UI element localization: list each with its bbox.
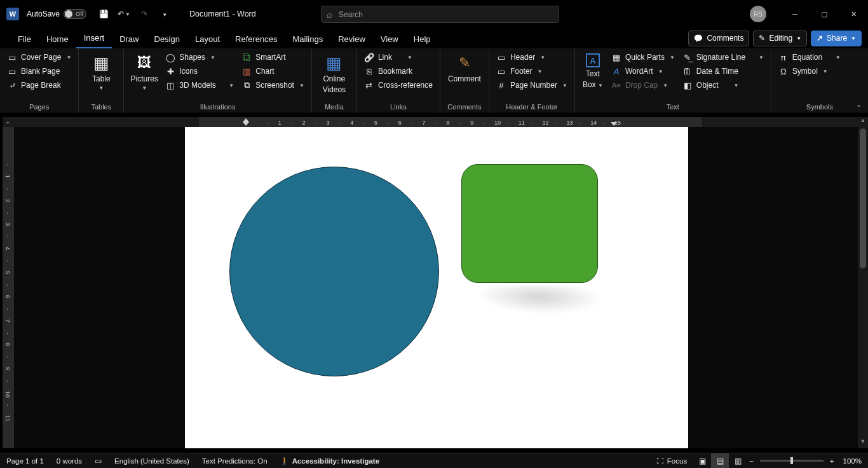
autosave-label: AutoSave [27, 10, 60, 18]
scroll-down-icon[interactable]: ▼ [858, 438, 868, 448]
tab-help[interactable]: Help [406, 31, 438, 48]
cross-reference-button[interactable]: Cross-reference [361, 79, 436, 92]
tab-layout[interactable]: Layout [187, 31, 227, 48]
undo-button[interactable]: ▼ [116, 6, 132, 22]
group-comments: Comment Comments [440, 48, 489, 113]
page-number-button[interactable]: Page Number▼ [493, 79, 571, 92]
group-label: Illustrations [128, 102, 308, 113]
tab-references[interactable]: References [227, 31, 285, 48]
shape-rounded-rectangle[interactable] [461, 164, 598, 283]
online-videos-button[interactable]: OnlineVideos [316, 51, 353, 97]
share-button[interactable]: Share▼ [811, 31, 862, 46]
tab-draw[interactable]: Draw [112, 31, 146, 48]
collapse-ribbon-button[interactable]: ⌄ [856, 100, 862, 109]
zoom-slider[interactable] [760, 460, 824, 462]
screenshot-button[interactable]: Screenshot▼ [238, 79, 308, 92]
shapes-button[interactable]: Shapes▼ [162, 51, 237, 64]
group-media: OnlineVideos Media [312, 48, 357, 113]
shape-oval[interactable] [229, 167, 439, 376]
group-links: Link ▼ Bookmark Cross-reference Links [357, 48, 440, 113]
comment-icon [694, 34, 703, 43]
tab-insert[interactable]: Insert [76, 29, 112, 48]
read-mode-button[interactable]: ▣ [693, 453, 711, 469]
toggle-icon[interactable]: Off [64, 9, 86, 19]
object-button[interactable]: Object ▼ [679, 79, 767, 92]
word-app-icon: W [6, 8, 19, 20]
tab-mailings[interactable]: Mailings [285, 31, 331, 48]
title-bar: W AutoSave Off ▼ Document1 - Word Search… [0, 0, 868, 28]
equation-button[interactable]: Equation ▼ [775, 51, 844, 64]
pictures-icon [135, 53, 154, 72]
save-button[interactable] [95, 6, 112, 22]
search-input[interactable]: Search [321, 6, 559, 23]
status-bar: Page 1 of 1 0 words English (United Stat… [0, 453, 868, 468]
link-button[interactable]: Link ▼ [361, 51, 436, 64]
tab-file[interactable]: File [10, 31, 39, 48]
redo-button[interactable] [136, 6, 153, 22]
status-spellcheck[interactable] [88, 453, 108, 468]
chart-button[interactable]: Chart [238, 65, 308, 78]
ruler-tick: 1 [278, 120, 281, 126]
wordart-button[interactable]: WordArt▼ [608, 65, 678, 78]
drop-cap-button[interactable]: Drop Cap▼ [608, 79, 678, 92]
user-avatar[interactable]: RS [750, 6, 766, 22]
maximize-button[interactable]: ▢ [810, 0, 839, 28]
status-language[interactable]: English (United States) [108, 453, 196, 468]
status-word-count[interactable]: 0 words [50, 453, 88, 468]
symbol-button[interactable]: Symbol▼ [775, 65, 844, 78]
tab-home[interactable]: Home [39, 31, 76, 48]
tab-review[interactable]: Review [330, 31, 373, 48]
text-box-button[interactable]: ATextBox ▼ [579, 51, 607, 92]
share-icon [817, 34, 823, 43]
indent-marker-icon[interactable] [242, 118, 250, 126]
autosave-toggle[interactable]: AutoSave Off [27, 9, 86, 19]
pictures-button[interactable]: Pictures▼ [128, 51, 161, 93]
customize-qat-button[interactable] [156, 6, 173, 22]
quick-parts-button[interactable]: Quick Parts▼ [608, 51, 678, 64]
document-canvas[interactable] [14, 127, 858, 448]
cover-page-button[interactable]: Cover Page▼ [4, 51, 74, 64]
comment-button[interactable]: Comment [444, 51, 485, 86]
header-button[interactable]: Header▼ [493, 51, 571, 64]
scroll-up-icon[interactable]: ▲ [858, 117, 868, 127]
page[interactable] [185, 127, 688, 448]
smartart-button[interactable]: SmartArt [238, 51, 308, 64]
tab-view[interactable]: View [373, 31, 406, 48]
ribbon: Cover Page▼ Blank Page Page Break Pages … [0, 48, 868, 113]
bookmark-button[interactable]: Bookmark [361, 65, 436, 78]
vertical-scrollbar[interactable]: ▲ ▼ [858, 117, 868, 448]
blank-page-button[interactable]: Blank Page [4, 65, 74, 78]
ribbon-tabs: FileHomeInsertDrawDesignLayoutReferences… [0, 28, 868, 48]
status-page[interactable]: Page 1 of 1 [0, 453, 50, 468]
horizontal-ruler[interactable]: 1·2·3·4·5·6·7·8·9·10·11·12·13·14·15· [14, 117, 858, 127]
icons-button[interactable]: Icons [162, 65, 237, 78]
focus-mode-button[interactable]: Focus [650, 453, 693, 468]
page-break-button[interactable]: Page Break [4, 79, 74, 92]
zoom-in-button[interactable]: + [827, 453, 837, 468]
ruler-tick: 11 [4, 415, 11, 422]
vertical-ruler[interactable]: 1·2·3·4·5·6·7·8·9·10·11· [3, 127, 14, 448]
signature-line-button[interactable]: Signature Line ▼ [679, 51, 767, 64]
scrollbar-thumb[interactable] [860, 128, 866, 268]
print-layout-button[interactable]: ▤ [711, 453, 729, 469]
status-accessibility[interactable]: 🚶Accessibility: Investigate [274, 453, 386, 468]
page-number-icon [496, 80, 506, 90]
group-label: Symbols [775, 102, 864, 113]
footer-button[interactable]: Footer▼ [493, 65, 571, 78]
status-text-predictions[interactable]: Text Predictions: On [196, 453, 274, 468]
online-videos-icon [325, 53, 344, 72]
3d-models-button[interactable]: 3D Models ▼ [162, 79, 237, 92]
group-label: Media [316, 102, 353, 113]
comments-button[interactable]: Comments [688, 31, 749, 46]
ruler-tick: 10 [4, 391, 11, 397]
minimize-button[interactable]: ─ [780, 0, 810, 28]
zoom-out-button[interactable]: − [747, 453, 756, 468]
table-button[interactable]: Table▼ [83, 51, 119, 93]
zoom-level[interactable]: 100% [837, 453, 868, 468]
ruler-corner[interactable]: ⌐ [3, 117, 14, 127]
editing-mode-button[interactable]: Editing▼ [753, 31, 807, 46]
close-button[interactable]: ✕ [839, 0, 868, 28]
tab-design[interactable]: Design [147, 31, 187, 48]
web-layout-button[interactable]: ▥ [729, 453, 747, 469]
date-time-button[interactable]: Date & Time [679, 65, 767, 78]
